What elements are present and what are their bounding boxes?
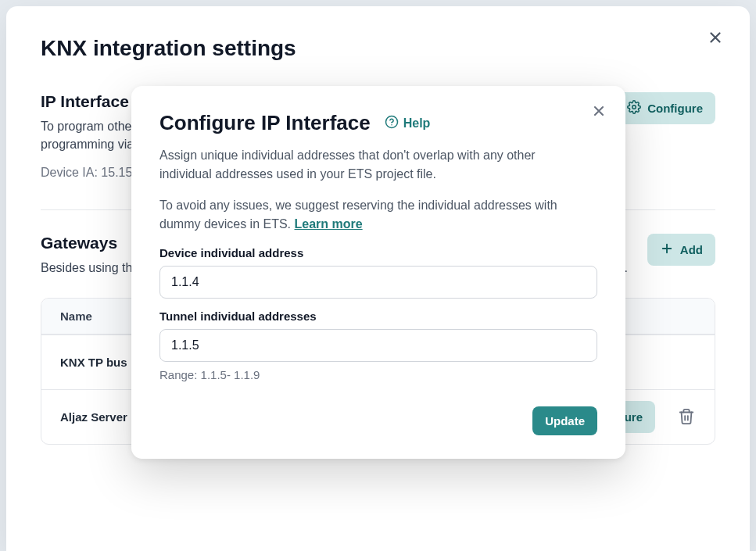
- modal-paragraph-2: To avoid any issues, we suggest reservin…: [159, 196, 582, 234]
- device-ia-field-label: Device individual address: [159, 246, 597, 259]
- help-link-label: Help: [403, 116, 431, 131]
- tunnel-range-hint: Range: 1.1.5- 1.1.9: [159, 368, 597, 381]
- help-icon: [385, 115, 399, 132]
- learn-more-link[interactable]: Learn more: [295, 217, 363, 231]
- configure-ip-interface-modal: Configure IP Interface Help Assign uniqu…: [131, 86, 625, 459]
- modal-title: Configure IP Interface: [159, 111, 371, 135]
- update-button-label: Update: [545, 414, 585, 428]
- tunnel-ia-field-label: Tunnel individual addresses: [159, 309, 597, 323]
- modal-overlay: Configure IP Interface Help Assign uniqu…: [0, 0, 756, 551]
- close-icon[interactable]: [589, 102, 608, 120]
- help-link[interactable]: Help: [385, 115, 431, 132]
- update-button[interactable]: Update: [532, 406, 597, 435]
- tunnel-ia-input[interactable]: [159, 329, 597, 362]
- modal-paragraph-1: Assign unique individual addresses that …: [159, 146, 582, 184]
- device-ia-input[interactable]: [159, 266, 597, 299]
